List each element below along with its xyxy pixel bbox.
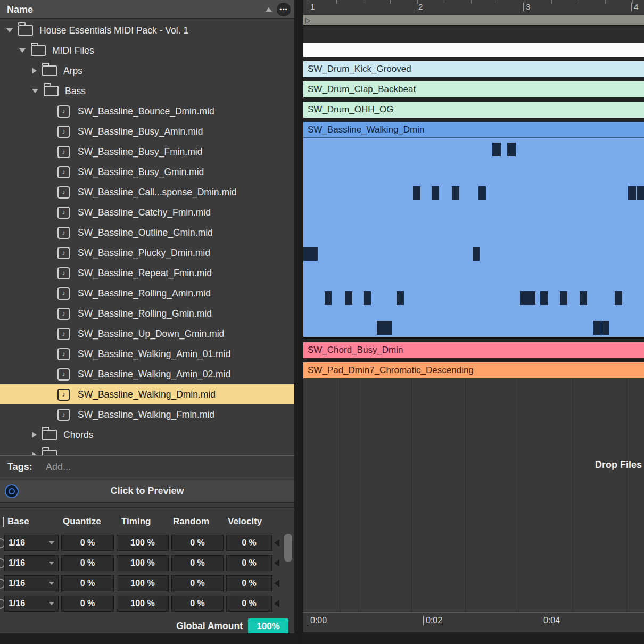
tree-item-midi-file[interactable]: SW_Bassline_Catchy_Fmin.mid	[0, 202, 294, 222]
midi-note	[384, 321, 392, 335]
folder-icon	[31, 45, 46, 56]
folder-icon	[42, 430, 57, 440]
collapse-left-icon[interactable]	[274, 559, 279, 567]
tree-item-label: Bass	[65, 86, 86, 97]
groove-velocity-field[interactable]: 0 %	[226, 596, 272, 612]
more-options-button[interactable]	[277, 3, 291, 16]
tree-item-midi-files[interactable]: MIDI Files	[0, 40, 294, 61]
tree-item-midi-file[interactable]: SW_Bassline_Walking_Amin_02.mid	[0, 364, 294, 384]
disclosure-closed-icon[interactable]	[32, 68, 37, 74]
disclosure-open-icon[interactable]	[32, 89, 38, 93]
groove-timing-field[interactable]: 100 %	[117, 575, 169, 591]
tree-item-pack-folder[interactable]: House Essentials MIDI Pack - Vol. 1	[0, 20, 294, 40]
tree-item-chords[interactable]: Chords	[0, 425, 294, 445]
midi-note	[345, 291, 352, 305]
midi-file-icon	[57, 247, 70, 259]
app-window: Name House Essentials MIDI Pack - Vol. 1…	[0, 0, 644, 644]
scrub-area[interactable]	[303, 15, 644, 26]
groove-base-select[interactable]: 1/16	[4, 535, 59, 551]
beat-time-ruler[interactable]: 1 2 3 4	[303, 0, 644, 15]
tree-item-label: SW_Bassline_Catchy_Fmin.mid	[78, 207, 211, 218]
tree-item-midi-file[interactable]: SW_Bassline_Busy_Fmin.mid	[0, 142, 294, 162]
groove-timing-field[interactable]: 100 %	[117, 555, 169, 571]
caret-down-icon	[49, 562, 54, 565]
folder-icon	[42, 450, 57, 455]
disclosure-open-icon[interactable]	[6, 28, 13, 32]
midi-clip-body[interactable]	[303, 138, 644, 339]
tree-item-midi-file[interactable]: SW_Bassline_Rolling_Gmin.mid	[0, 303, 294, 324]
groove-quantize-field[interactable]: 0 %	[61, 575, 114, 591]
midi-note	[540, 291, 548, 305]
preview-bar[interactable]: Click to Preview	[0, 480, 294, 503]
groove-velocity-field[interactable]: 0 %	[226, 535, 272, 551]
tree-item-bass[interactable]: Bass	[0, 81, 294, 101]
time-label: 0:02	[423, 616, 442, 625]
tree-item-midi-file[interactable]: SW_Bassline_Plucky_Dmin.mid	[0, 243, 294, 263]
groove-scrollbar[interactable]	[284, 534, 292, 562]
collapse-left-icon[interactable]	[274, 600, 279, 607]
tree-item-midi-file[interactable]: SW_Bassline_Rolling_Amin.mid	[0, 283, 294, 303]
groove-random-field[interactable]: 0 %	[171, 555, 224, 571]
groove-base-select[interactable]: 1/16	[4, 555, 59, 571]
groove-quantize-field[interactable]: 0 %	[61, 555, 114, 571]
tree-item-midi-file[interactable]: SW_Bassline_Call...sponse_Dmin.mid	[0, 182, 294, 202]
groove-random-field[interactable]: 0 %	[171, 596, 224, 612]
tree-item-partial[interactable]	[0, 445, 294, 455]
groove-base-value: 1/16	[9, 558, 25, 568]
panel-divider[interactable]	[294, 0, 303, 644]
clip-chord[interactable]: SW_Chord_Busy_Dmin	[303, 342, 644, 358]
midi-note-layer	[303, 138, 644, 337]
groove-base-select[interactable]: 1/16	[4, 596, 59, 612]
highlighted-track-lane	[303, 43, 644, 59]
tree-item-midi-file[interactable]: SW_Bassline_Repeat_Fmin.mid	[0, 263, 294, 283]
folder-icon	[42, 65, 57, 76]
tree-item-midi-file[interactable]: SW_Bassline_Bounce_Dmin.mid	[0, 101, 294, 121]
tree-item-midi-file[interactable]: SW_Bassline_Walking_Fmin.mid	[0, 404, 294, 425]
bar-number: 1	[308, 3, 315, 11]
tree-item-midi-file[interactable]: SW_Bassline_Walking_Amin_01.mid	[0, 344, 294, 364]
groove-base-value: 1/16	[9, 538, 25, 548]
disclosure-closed-icon[interactable]	[32, 432, 37, 438]
tree-item-midi-file[interactable]: SW_Bassline_Up_Down_Gmin.mid	[0, 324, 294, 344]
bar-number: 2	[416, 3, 423, 11]
midi-file-icon	[57, 207, 70, 219]
midi-note	[601, 321, 609, 335]
clip-drum-ohh[interactable]: SW_Drum_OHH_OG	[303, 102, 644, 118]
groove-base-select[interactable]: 1/16	[4, 575, 59, 591]
ruler-ticks	[303, 0, 644, 4]
groove-quantize-field[interactable]: 0 %	[61, 535, 114, 551]
collapse-left-icon[interactable]	[274, 539, 279, 547]
tree-item-midi-file[interactable]: SW_Bassline_Busy_Gmin.mid	[0, 162, 294, 182]
caret-down-icon	[49, 602, 54, 605]
global-amount-slider[interactable]: 100%	[248, 618, 288, 634]
column-header-velocity: Velocity	[228, 516, 262, 527]
time-ruler[interactable]: 0:00 0:02 0:04	[303, 612, 644, 632]
tree-item-arps[interactable]: Arps	[0, 61, 294, 81]
groove-quantize-field[interactable]: 0 %	[61, 596, 114, 612]
groove-row: 1/16 0 % 100 % 0 % 0 %	[0, 555, 294, 571]
groove-random-field[interactable]: 0 %	[171, 535, 224, 551]
groove-timing-field[interactable]: 100 %	[117, 535, 169, 551]
groove-timing-field[interactable]: 100 %	[117, 596, 169, 612]
tree-item-midi-file[interactable]: SW_Bassline_Busy_Amin.mid	[0, 121, 294, 142]
arrangement-panel: 1 2 3 4 SW_Drum_Kick_Grooved SW_Drum_Cla…	[303, 0, 644, 644]
midi-file-icon	[57, 409, 70, 421]
collapse-left-icon[interactable]	[274, 580, 279, 587]
tree-item-selected[interactable]: SW_Bassline_Walking_Dmin.mid	[0, 384, 294, 404]
groove-velocity-field[interactable]: 0 %	[226, 575, 272, 591]
tree-item-label: Chords	[63, 430, 93, 441]
clip-drum-clap[interactable]: SW_Drum_Clap_Backbeat	[303, 81, 644, 97]
tree-item-midi-file[interactable]: SW_Bassline_Outline_Gmin.mid	[0, 222, 294, 243]
groove-random-field[interactable]: 0 %	[171, 575, 224, 591]
tags-add-input[interactable]: Add...	[46, 461, 71, 473]
groove-velocity-field[interactable]: 0 %	[226, 555, 272, 571]
sort-ascending-icon[interactable]	[266, 7, 272, 12]
disclosure-open-icon[interactable]	[19, 48, 26, 53]
drop-files-label: Drop Files	[595, 459, 642, 470]
groove-row: 1/16 0 % 100 % 0 % 0 %	[0, 596, 294, 612]
clip-bassline[interactable]: SW_Bassline_Walking_Dmin	[303, 122, 644, 138]
clip-pad[interactable]: SW_Pad_Dmin7_Chromatic_Descending	[303, 362, 644, 378]
midi-note	[303, 247, 318, 261]
clip-drum-kick[interactable]: SW_Drum_Kick_Grooved	[303, 61, 644, 77]
empty-arrangement-grid[interactable]: Drop Files	[303, 378, 644, 612]
